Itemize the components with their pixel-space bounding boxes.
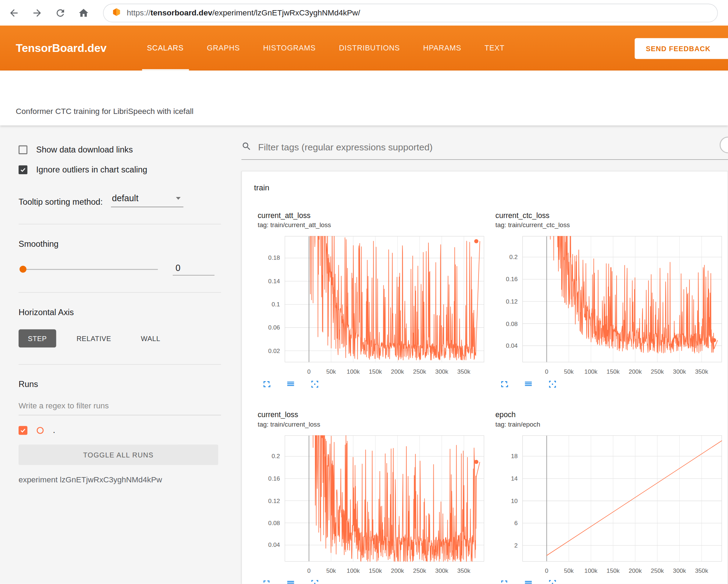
ignore-outliers-checkbox[interactable] [19, 165, 27, 174]
fit-domain-icon[interactable] [547, 578, 557, 584]
axis-relative-button[interactable]: RELATIVE [67, 330, 121, 348]
smoothing-value-field[interactable]: 0 [173, 263, 214, 276]
x-axis-labels: 050k100k150k200k250k300k350k [522, 564, 723, 576]
tab-text[interactable]: TEXT [473, 26, 516, 71]
chart-toolbar [261, 578, 485, 584]
tab-hparams[interactable]: HPARAMS [412, 26, 473, 71]
axis-wall-button[interactable]: WALL [132, 330, 170, 348]
x-tick-label: 0 [307, 567, 311, 574]
chart-title: current_ctc_loss [495, 211, 723, 220]
y-tick-label: 0.04 [506, 342, 518, 349]
ignore-outliers-row: Ignore outliers in chart scaling [19, 165, 221, 175]
lines-icon[interactable] [286, 379, 296, 389]
address-bar[interactable]: https://tensorboard.dev/experiment/lzGnE… [103, 4, 718, 22]
fit-domain-icon[interactable] [310, 379, 320, 389]
y-tick-label: 0.08 [506, 320, 518, 327]
x-tick-label: 100k [584, 567, 597, 574]
x-tick-label: 350k [695, 567, 708, 574]
fit-domain-icon[interactable] [547, 379, 557, 389]
chart-card-current_ctc_loss: current_ctc_losstag: train/current_ctc_l… [495, 211, 723, 389]
nav-tabs: SCALARS GRAPHS HISTOGRAMS DISTRIBUTIONS … [135, 26, 516, 71]
search-icon [241, 141, 252, 153]
url-text: https://tensorboard.dev/experiment/lzGnE… [127, 8, 360, 18]
main-panel: Filter tags (regular expressions support… [232, 125, 728, 584]
y-tick-label: 0.12 [506, 298, 518, 305]
browser-toolbar: https://tensorboard.dev/experiment/lzGnE… [0, 0, 728, 26]
tab-histograms[interactable]: HISTOGRAMS [252, 26, 327, 71]
experiment-subtitle: Conformer CTC training for LibriSpeech w… [0, 70, 728, 125]
y-tick-label: 0.14 [268, 278, 280, 285]
refresh-icon[interactable] [55, 7, 66, 19]
filter-tags-field[interactable]: Filter tags (regular expressions support… [241, 141, 728, 160]
y-axis-labels: 0.020.060.10.140.18 [258, 236, 285, 364]
y-tick-label: 2 [514, 542, 518, 549]
lines-icon[interactable] [286, 578, 296, 584]
x-tick-label: 200k [391, 368, 404, 375]
fullscreen-icon[interactable] [261, 379, 272, 389]
chart-plot-area[interactable] [284, 435, 484, 564]
tab-graphs[interactable]: GRAPHS [195, 26, 252, 71]
chart-card-current_loss: current_losstag: train/current_loss0.040… [258, 411, 485, 584]
divider [19, 224, 221, 224]
chart-tag: tag: train/current_loss [258, 420, 485, 428]
show-download-row: Show data download links [19, 145, 221, 155]
lines-icon[interactable] [523, 379, 534, 389]
forward-icon[interactable] [32, 7, 43, 19]
y-tick-label: 18 [511, 453, 517, 460]
y-tick-label: 0.1 [272, 301, 280, 308]
x-tick-label: 50k [326, 368, 336, 375]
x-tick-label: 50k [564, 368, 574, 375]
y-tick-label: 0.2 [509, 253, 518, 260]
x-tick-label: 300k [673, 567, 686, 574]
show-download-label: Show data download links [36, 145, 133, 155]
chart-plot-area[interactable] [522, 236, 722, 364]
tooltip-sorting-select[interactable]: default [111, 193, 184, 207]
runs-filter-input[interactable]: Write a regex to filter runs [19, 401, 221, 415]
x-tick-label: 100k [347, 567, 360, 574]
show-download-checkbox[interactable] [19, 145, 27, 154]
toggle-all-runs-button[interactable]: TOGGLE ALL RUNS [19, 444, 218, 465]
x-tick-label: 250k [413, 567, 426, 574]
train-card: train current_att_losstag: train/current… [241, 171, 728, 584]
horizontal-axis-buttons: STEP RELATIVE WALL [19, 330, 221, 348]
send-feedback-button[interactable]: SEND FEEDBACK [635, 38, 728, 59]
app-header: TensorBoard.dev SCALARS GRAPHS HISTOGRAM… [0, 26, 728, 71]
smoothing-slider-thumb[interactable] [20, 265, 27, 272]
lines-icon[interactable] [523, 578, 534, 584]
chart-tag: tag: train/current_att_loss [258, 221, 485, 229]
home-icon[interactable] [78, 7, 89, 19]
experiment-id-label: experiment lzGnETjwRxC3yghNMd4kPw [19, 475, 221, 485]
x-tick-label: 0 [545, 368, 549, 375]
chart-toolbar [261, 379, 485, 389]
fit-domain-icon[interactable] [310, 578, 320, 584]
x-tick-label: 150k [606, 567, 619, 574]
x-tick-label: 0 [307, 368, 311, 375]
tab-distributions[interactable]: DISTRIBUTIONS [327, 26, 411, 71]
x-tick-label: 350k [457, 567, 470, 574]
fullscreen-icon[interactable] [261, 578, 272, 584]
y-tick-label: 0.12 [268, 497, 280, 504]
page: https://tensorboard.dev/experiment/lzGnE… [0, 0, 728, 584]
x-tick-label: 50k [564, 567, 574, 574]
run-color-swatch [37, 427, 44, 434]
fullscreen-icon[interactable] [499, 578, 509, 584]
fullscreen-icon[interactable] [499, 379, 509, 389]
run-name: . [53, 426, 55, 435]
filter-tags-placeholder: Filter tags (regular expressions support… [258, 142, 433, 152]
chart-title: current_att_loss [258, 211, 485, 220]
axis-step-button[interactable]: STEP [19, 330, 56, 348]
tab-scalars[interactable]: SCALARS [135, 26, 195, 71]
y-tick-label: 10 [511, 497, 517, 504]
run-checkbox[interactable] [19, 426, 27, 435]
chart-title: epoch [495, 411, 723, 419]
horizontal-axis-label: Horizontal Axis [19, 307, 221, 317]
smoothing-slider[interactable] [20, 269, 158, 270]
x-tick-label: 250k [651, 567, 664, 574]
chart-plot-area[interactable] [522, 435, 722, 564]
content: Show data download links Ignore outliers… [0, 125, 728, 584]
y-tick-label: 0.04 [268, 542, 280, 549]
y-tick-label: 0.2 [272, 453, 280, 460]
back-icon[interactable] [8, 7, 20, 19]
y-tick-label: 6 [514, 520, 518, 527]
chart-plot-area[interactable] [284, 236, 484, 364]
